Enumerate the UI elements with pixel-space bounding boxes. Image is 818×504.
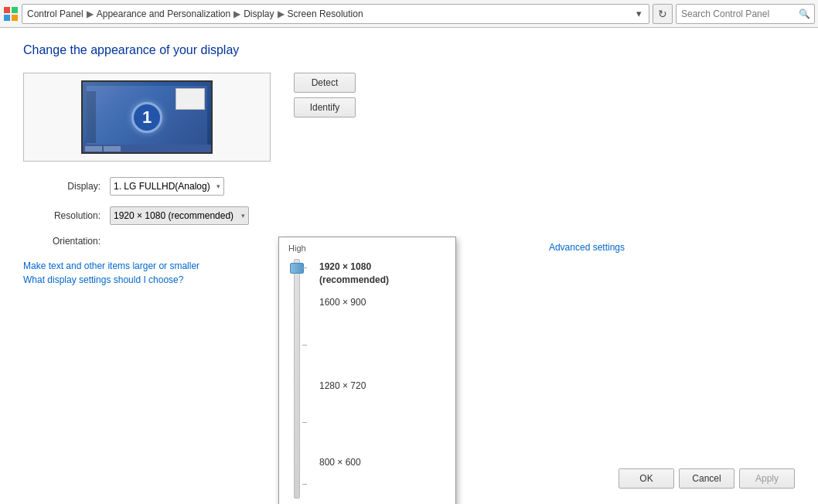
search-input[interactable]	[676, 4, 815, 24]
apply-button[interactable]: Apply	[739, 468, 795, 489]
page-title: Change the appearance of your display	[23, 43, 795, 57]
svg-rect-3	[12, 15, 18, 21]
display-value: 1. LG FULLHD(Analog)	[114, 181, 210, 192]
detect-button[interactable]: Detect	[294, 73, 356, 93]
monitor-frame: 1	[23, 73, 271, 162]
breadcrumb-text: Control Panel ▶ Appearance and Personali…	[27, 9, 633, 19]
detect-identify-buttons: Detect Identify	[294, 73, 356, 117]
slider-track-container	[287, 256, 307, 503]
breadcrumb-sep-3: ▶	[278, 9, 285, 19]
orientation-label: Orientation:	[23, 236, 101, 247]
monitor-left-panel	[87, 91, 96, 143]
refresh-button[interactable]: ↻	[653, 4, 673, 24]
identify-button[interactable]: Identify	[294, 97, 356, 117]
resolution-popup: High 1920 × 1080 (recommended) 1600 × 90…	[278, 237, 456, 504]
breadcrumb-control-panel[interactable]: Control Panel	[27, 9, 84, 19]
monitor-taskbar	[83, 145, 211, 152]
resolution-option-2[interactable]: 1600 × 900	[313, 291, 448, 314]
cancel-button[interactable]: Cancel	[679, 468, 734, 489]
breadcrumb-screen-resolution[interactable]: Screen Resolution	[288, 9, 363, 19]
slider-tick-3	[302, 422, 307, 423]
resolution-option-4[interactable]: 800 × 600	[313, 451, 448, 474]
breadcrumb-appearance[interactable]: Appearance and Personalization	[97, 9, 230, 19]
resolution-value: 1920 × 1080 (recommended)	[114, 210, 233, 221]
resolution-label: Resolution:	[23, 210, 101, 221]
resolution-option-1[interactable]: 1920 × 1080 (recommended)	[313, 256, 448, 291]
popup-slider-area: 1920 × 1080 (recommended) 1600 × 900 128…	[279, 256, 455, 503]
display-dropdown[interactable]: 1. LG FULLHD(Analog) ▾	[110, 177, 224, 196]
display-label: Display:	[23, 181, 101, 192]
svg-rect-0	[4, 7, 10, 13]
resolution-option-3[interactable]: 1280 × 720	[313, 375, 448, 397]
slider-thumb[interactable]	[290, 263, 304, 274]
breadcrumb: Control Panel ▶ Appearance and Personali…	[22, 4, 649, 24]
resolution-row: Resolution: 1920 × 1080 (recommended) ▾	[23, 206, 795, 225]
windows-logo-icon	[3, 6, 19, 22]
monitor-preview-area: 1 Detect Identify	[23, 73, 795, 162]
slider-tick-4	[302, 484, 307, 485]
slider-tick-1	[302, 267, 307, 268]
taskbar-item	[104, 146, 121, 152]
resolution-dropdown-arrow-icon: ▾	[241, 212, 245, 220]
taskbar-item	[85, 146, 102, 152]
monitor-screen: 1	[81, 80, 213, 154]
address-bar: Control Panel ▶ Appearance and Personali…	[0, 0, 818, 28]
svg-rect-2	[4, 15, 10, 21]
slider-tick-2	[302, 345, 307, 346]
breadcrumb-display[interactable]: Display	[244, 9, 274, 19]
popup-high-label: High	[279, 243, 455, 256]
breadcrumb-sep-2: ▶	[233, 9, 240, 19]
advanced-settings-link[interactable]: Advanced settings	[549, 242, 625, 253]
slider-track[interactable]	[294, 259, 300, 499]
monitor-small-screen	[176, 88, 205, 110]
popup-options: 1920 × 1080 (recommended) 1600 × 900 128…	[307, 256, 448, 474]
search-wrapper: 🔍	[676, 4, 815, 24]
resolution-dropdown[interactable]: 1920 × 1080 (recommended) ▾	[110, 206, 249, 225]
ok-button[interactable]: OK	[619, 468, 674, 489]
main-content: Change the appearance of your display 1 …	[0, 28, 818, 504]
svg-rect-1	[12, 7, 18, 13]
display-row: Display: 1. LG FULLHD(Analog) ▾	[23, 177, 795, 196]
breadcrumb-sep-1: ▶	[87, 9, 94, 19]
display-dropdown-arrow-icon: ▾	[216, 182, 220, 190]
action-buttons: OK Cancel Apply	[619, 468, 795, 489]
monitor-number: 1	[131, 102, 162, 133]
breadcrumb-dropdown-button[interactable]: ▾	[633, 5, 644, 22]
